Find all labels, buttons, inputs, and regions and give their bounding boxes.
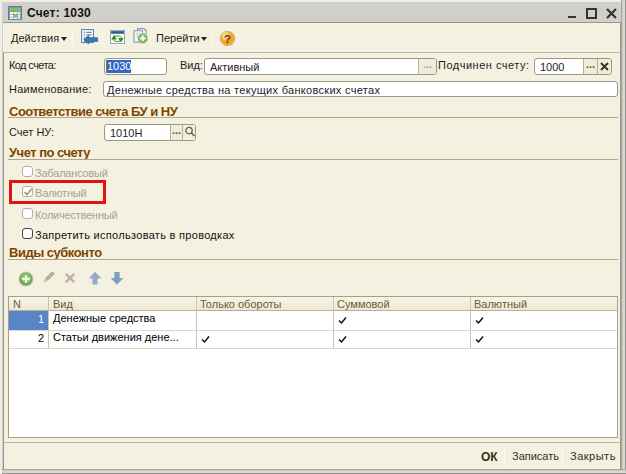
svg-text:?: ? <box>224 33 231 45</box>
